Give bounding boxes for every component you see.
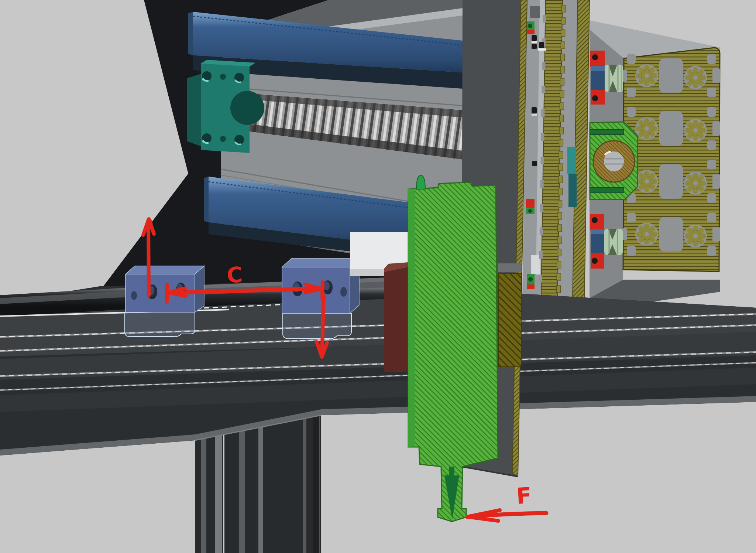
rail-bearing-section-b bbox=[568, 174, 577, 207]
bearing-spool-lower bbox=[604, 229, 623, 255]
bearing-spool-upper bbox=[605, 65, 623, 92]
z-axis-plate-stack bbox=[522, 0, 590, 298]
bearing-skirt-ghost bbox=[283, 313, 351, 338]
force-label: F bbox=[516, 482, 532, 509]
gantry-beam-extrusion bbox=[590, 20, 720, 311]
tool-shank bbox=[449, 467, 454, 476]
maroon-clamp-block bbox=[384, 262, 408, 372]
rail-bearing-block-left bbox=[125, 266, 204, 337]
ballscrew-nut-section bbox=[590, 122, 638, 199]
cad-viewport[interactable]: C F bbox=[0, 0, 756, 553]
bearing-skirt-ghost bbox=[125, 312, 195, 337]
section-view-canvas: C F bbox=[0, 0, 756, 553]
dimension-label: C bbox=[226, 262, 243, 288]
sectioned-clamp-block bbox=[499, 273, 521, 367]
spindle-side-face bbox=[408, 189, 415, 447]
rail-bearing-section-a bbox=[567, 147, 576, 174]
